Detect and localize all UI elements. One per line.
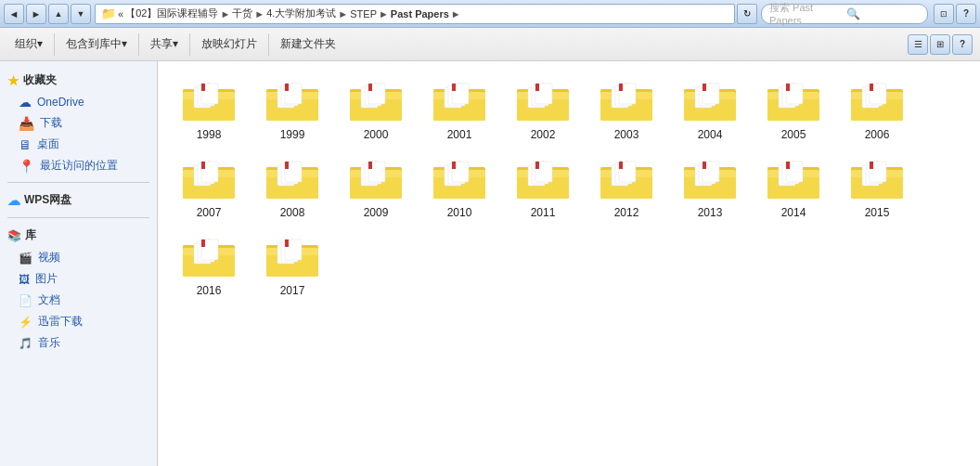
folder-item-1998[interactable]: 1998 xyxy=(167,71,251,149)
folder-svg xyxy=(181,156,237,202)
folder-svg xyxy=(682,78,738,124)
svg-rect-98 xyxy=(870,84,873,91)
folder-label-2009: 2009 xyxy=(364,206,389,219)
lib-label: 库 xyxy=(25,227,36,243)
folder-svg xyxy=(682,156,738,202)
xunlei-label: 迅雷下载 xyxy=(38,314,83,330)
svg-rect-76 xyxy=(703,84,706,91)
folder-label-2007: 2007 xyxy=(197,206,222,219)
folder-item-2010[interactable]: 2010 xyxy=(418,149,501,227)
sidebar-item-doc[interactable]: 📄 文档 xyxy=(0,290,157,311)
folder-item-2015[interactable]: 2015 xyxy=(835,149,919,227)
address-text: « xyxy=(118,8,123,19)
new-folder-button[interactable]: 新建文件夹 xyxy=(273,32,343,56)
folder-item-2013[interactable]: 2013 xyxy=(668,149,752,227)
folder-item-2011[interactable]: 2011 xyxy=(501,149,585,227)
toolbar-sep-2 xyxy=(138,33,139,56)
sidebar-item-xunlei[interactable]: ⚡ 迅雷下载 xyxy=(0,311,157,332)
slideshow-button[interactable]: 放映幻灯片 xyxy=(194,32,264,56)
organize-label: 组织▾ xyxy=(15,36,43,52)
folder-svg xyxy=(432,156,487,202)
folder-item-2006[interactable]: 2006 xyxy=(835,71,919,149)
folder-item-2003[interactable]: 2003 xyxy=(585,71,668,149)
svg-rect-65 xyxy=(619,84,623,91)
folder-item-2008[interactable]: 2008 xyxy=(251,149,334,227)
folder-item-2014[interactable]: 2014 xyxy=(752,149,835,227)
folder-item-1999[interactable]: 1999 xyxy=(251,71,334,149)
refresh-button[interactable]: ↻ xyxy=(737,4,757,24)
wps-header[interactable]: ☁ WPS网盘 xyxy=(0,188,157,212)
folder-label-1998: 1998 xyxy=(197,128,222,141)
sidebar-item-download[interactable]: 📥 下载 xyxy=(0,112,157,134)
svg-rect-109 xyxy=(201,162,205,169)
folder-item-2000[interactable]: 2000 xyxy=(334,71,418,149)
folder-item-2016[interactable]: 2016 xyxy=(167,227,251,304)
folder-label-2003: 2003 xyxy=(614,128,639,141)
folder-item-2012[interactable]: 2012 xyxy=(585,149,668,227)
back-button[interactable]: ◄ xyxy=(4,4,24,24)
folder-item-2009[interactable]: 2009 xyxy=(334,149,418,227)
doc-label: 文档 xyxy=(38,292,60,308)
up-button[interactable]: ▲ xyxy=(48,4,69,24)
xunlei-icon: ⚡ xyxy=(19,316,32,329)
music-icon: 🎵 xyxy=(19,337,32,350)
svg-rect-219 xyxy=(285,239,289,247)
svg-rect-54 xyxy=(535,84,539,91)
address-sep-5: ► xyxy=(451,8,461,19)
toolbar-sep-3 xyxy=(189,33,190,56)
view-details-button[interactable]: ? xyxy=(952,34,973,55)
folder-svg xyxy=(264,156,320,202)
folder-item-2017[interactable]: 2017 xyxy=(251,227,334,304)
sidebar-item-music[interactable]: 🎵 音乐 xyxy=(0,332,157,354)
onedrive-label: OneDrive xyxy=(37,96,84,109)
wps-icon: ☁ xyxy=(7,193,20,208)
folder-label-2008: 2008 xyxy=(280,206,305,219)
address-sep-3: ► xyxy=(338,8,348,19)
include-button[interactable]: 包含到库中▾ xyxy=(58,32,135,56)
music-label: 音乐 xyxy=(38,335,60,351)
folder-item-2002[interactable]: 2002 xyxy=(501,71,585,149)
svg-rect-32 xyxy=(368,84,372,91)
address-sep-1: ► xyxy=(220,8,230,19)
svg-rect-197 xyxy=(870,162,873,169)
view-icon-button[interactable]: ⊡ xyxy=(934,4,954,24)
address-part-5: Past Papers xyxy=(391,8,449,19)
forward-button[interactable]: ► xyxy=(26,4,46,24)
address-part-1: 【02】国际课程辅导 xyxy=(125,6,218,20)
share-button[interactable]: 共享▾ xyxy=(143,32,186,56)
sidebar-item-picture[interactable]: 🖼 图片 xyxy=(0,268,157,290)
folder-item-2001[interactable]: 2001 xyxy=(418,71,501,149)
sidebar-item-desktop[interactable]: 🖥 桌面 xyxy=(0,134,157,155)
help-button[interactable]: ? xyxy=(956,4,976,24)
folder-svg xyxy=(849,78,905,124)
view-list-button[interactable]: ☰ xyxy=(908,34,928,55)
favorites-header[interactable]: ★ 收藏夹 xyxy=(0,69,157,92)
sidebar-item-recent[interactable]: 📍 最近访问的位置 xyxy=(0,155,157,176)
sidebar-item-onedrive[interactable]: ☁ OneDrive xyxy=(0,92,157,112)
dropdown-button[interactable]: ▼ xyxy=(71,4,91,24)
folder-label-2011: 2011 xyxy=(531,206,556,219)
organize-button[interactable]: 组织▾ xyxy=(7,32,50,56)
folder-item-2004[interactable]: 2004 xyxy=(668,71,752,149)
svg-rect-131 xyxy=(368,162,372,169)
folder-item-2005[interactable]: 2005 xyxy=(752,71,835,149)
lib-header[interactable]: 📚 库 xyxy=(0,224,157,247)
folder-label-2016: 2016 xyxy=(197,284,222,297)
sidebar-item-video[interactable]: 🎬 视频 xyxy=(0,247,157,268)
content-area: 1998199920002001200220032004200520062007… xyxy=(158,61,980,466)
view-grid-button[interactable]: ⊞ xyxy=(930,34,950,55)
folder-label-2015: 2015 xyxy=(865,206,890,219)
folder-svg xyxy=(515,156,571,202)
main-layout: ★ 收藏夹 ☁ OneDrive 📥 下载 🖥 桌面 📍 最近访问的位置 ☁ W… xyxy=(0,61,980,466)
svg-rect-120 xyxy=(285,162,289,169)
share-label: 共享▾ xyxy=(150,36,178,52)
include-label: 包含到库中▾ xyxy=(66,36,127,52)
address-part-4: STEP xyxy=(350,8,377,19)
search-bar[interactable]: 搜索 Past Papers 🔍 xyxy=(761,4,928,24)
search-icon: 🔍 xyxy=(846,7,920,20)
address-part-3: 4.大学附加考试 xyxy=(266,6,336,20)
svg-rect-175 xyxy=(703,162,706,169)
folder-svg xyxy=(348,156,404,202)
folder-item-2007[interactable]: 2007 xyxy=(167,149,251,227)
address-bar[interactable]: 📁 « 【02】国际课程辅导 ► 干货 ► 4.大学附加考试 ► STEP ► … xyxy=(95,4,735,24)
